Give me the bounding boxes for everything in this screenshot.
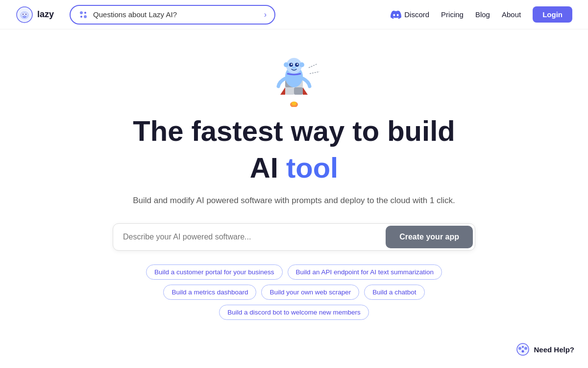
svg-point-22 (284, 62, 289, 67)
svg-marker-18 (280, 87, 285, 95)
svg-point-32 (518, 347, 521, 350)
discord-label: Discord (404, 10, 429, 19)
svg-point-33 (522, 346, 524, 348)
svg-point-9 (80, 16, 82, 18)
login-button[interactable]: Login (533, 6, 572, 23)
suggestion-chip[interactable]: Build your own web scraper (261, 285, 359, 300)
svg-rect-17 (285, 87, 294, 95)
about-link[interactable]: About (502, 10, 521, 19)
svg-point-5 (25, 13, 26, 14)
pricing-label: Pricing (441, 10, 464, 19)
svg-point-8 (84, 12, 86, 14)
hero-title-plain: AI (250, 152, 286, 184)
svg-line-29 (309, 64, 318, 68)
svg-point-35 (522, 350, 524, 353)
search-bar-arrow-icon: › (264, 10, 267, 19)
svg-point-10 (84, 15, 87, 18)
svg-point-28 (292, 67, 296, 69)
create-app-button[interactable]: Create your app (386, 226, 473, 248)
suggestion-chip[interactable]: Build a chatbot (364, 285, 424, 300)
sparkle-icon (78, 10, 88, 20)
suggestion-chip[interactable]: Build a discord bot to welcome new membe… (219, 305, 369, 320)
svg-point-31 (517, 343, 529, 355)
svg-point-12 (292, 102, 296, 105)
svg-marker-19 (303, 87, 308, 95)
describe-input[interactable] (113, 225, 386, 249)
svg-point-34 (524, 347, 527, 350)
svg-point-21 (286, 58, 302, 74)
svg-point-26 (291, 64, 293, 65)
svg-point-1 (20, 11, 29, 19)
hero-title-line1: The fastest way to build (133, 115, 455, 148)
logo-link[interactable]: lazy (16, 6, 54, 24)
svg-point-23 (299, 62, 304, 67)
suggestion-chip[interactable]: Build an API endpoint for AI text summar… (288, 264, 442, 280)
blog-label: Blog (475, 10, 490, 19)
pricing-link[interactable]: Pricing (441, 10, 464, 19)
hero-title-line2: AI tool (250, 152, 338, 184)
logo-icon (16, 6, 33, 24)
search-bar-text: Questions about Lazy AI? (93, 10, 259, 19)
blog-link[interactable]: Blog (475, 10, 490, 19)
suggestion-chip[interactable]: Build a customer portal for your busines… (146, 264, 283, 280)
hero-mascot-illustration (265, 53, 323, 107)
navbar: lazy Questions about Lazy AI? › Discord … (0, 0, 588, 29)
hero-section: The fastest way to build AI tool Build a… (0, 29, 588, 320)
logo-text: lazy (37, 9, 54, 20)
suggestion-chip[interactable]: Build a metrics dashboard (163, 285, 256, 300)
svg-line-30 (310, 72, 319, 74)
search-bar[interactable]: Questions about Lazy AI? › (70, 5, 275, 25)
app-describe-input-row: Create your app (113, 223, 475, 251)
need-help-label: Need Help? (534, 345, 574, 354)
discord-link[interactable]: Discord (391, 9, 429, 20)
hero-subtitle: Build and modify AI powered software wit… (133, 196, 455, 206)
suggestion-chips: Build a customer portal for your busines… (103, 264, 485, 320)
discord-icon (391, 9, 401, 20)
svg-point-4 (23, 13, 24, 14)
need-help-icon (516, 342, 530, 356)
svg-point-27 (297, 64, 298, 65)
hero-title-colored: tool (286, 152, 338, 184)
need-help-widget[interactable]: Need Help? (516, 342, 574, 356)
svg-rect-15 (294, 87, 303, 95)
about-label: About (502, 10, 521, 19)
svg-point-7 (80, 11, 83, 14)
